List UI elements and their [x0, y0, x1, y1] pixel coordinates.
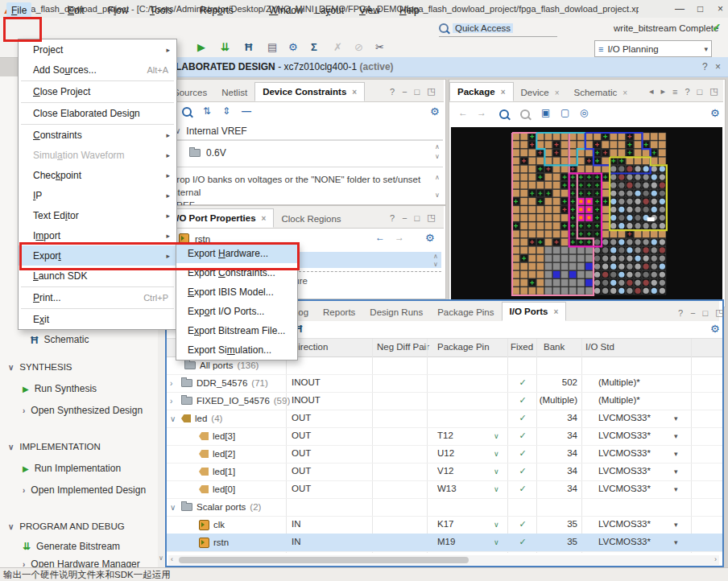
dropdown-icon[interactable]: ∨ — [494, 432, 499, 440]
zoom-fit-icon[interactable]: ▣ — [541, 107, 550, 118]
tab-device[interactable]: Device× — [514, 84, 567, 101]
menu-help[interactable]: Help — [395, 2, 424, 19]
menu-item-export-bitstream-file[interactable]: Export Bitstream File... — [176, 321, 297, 340]
table-row-led1[interactable]: led[1] OUTV12∨✓34LVCMOS33*▾ — [167, 463, 722, 481]
minimize-button[interactable]: — — [675, 0, 685, 18]
table-row-led-group[interactable]: ∨led(4) OUT✓34LVCMOS33*▾ — [167, 410, 722, 428]
tab-package[interactable]: Package× — [449, 82, 514, 101]
layout-selector[interactable]: ≡ I/O Planning ▾ — [594, 40, 712, 57]
sidebar-item-schematic[interactable]: Ħ Schematic — [31, 333, 89, 346]
dropdown-icon[interactable]: ∨ — [494, 538, 499, 546]
sidebar-section-implementation[interactable]: ∨ IMPLEMENTATION — [8, 440, 101, 453]
package-panel-controls[interactable]: ◂▸≡?□◳ — [649, 86, 718, 97]
scroll-left-icon[interactable]: ‹ — [171, 555, 173, 563]
vref-value-row[interactable]: 0.6V — [167, 141, 443, 159]
dropdown-icon[interactable]: ▾ — [674, 521, 678, 529]
menu-item-export-simulation[interactable]: Export Simulation... — [176, 340, 297, 360]
dropdown-icon[interactable]: ▾ — [674, 468, 678, 476]
close-tab-icon[interactable]: × — [553, 307, 558, 316]
tab-reports[interactable]: Reports — [316, 303, 362, 321]
col-fixed[interactable]: Fixed — [511, 342, 533, 352]
close-tab-icon[interactable]: × — [352, 88, 357, 97]
maximize-button[interactable]: □ — [697, 0, 703, 18]
banner-help-icon[interactable]: ? — [702, 61, 708, 72]
table-row-led2[interactable]: led[2] OUTU12∨✓34LVCMOS33*▾ — [167, 445, 722, 464]
table-row-scalar-ports[interactable]: ∨Scalar ports(2) — [167, 498, 722, 517]
menu-item-export-constraints[interactable]: Export Constraints... — [176, 263, 297, 282]
menu-item-export-hardware[interactable]: Export Hardware... — [176, 244, 297, 263]
status-write-bitstream[interactable]: write_bitstream Complete — [614, 23, 718, 33]
scroll-down-icon[interactable]: ∨ — [435, 192, 440, 199]
table-row-rstn[interactable]: rstn INM19∨✓35LVCMOS33*▾ — [167, 534, 722, 552]
constraints-panel-controls[interactable]: ?−□◳ — [390, 86, 436, 97]
menu-item-close-project[interactable]: Close Project — [19, 81, 176, 101]
expander-icon[interactable]: ∨ — [170, 414, 177, 423]
dropdown-icon[interactable]: ∨ — [494, 485, 499, 493]
menu-layout[interactable]: Layout — [310, 2, 349, 19]
scroll-down-icon[interactable]: ∨ — [435, 153, 440, 160]
menu-item-ip[interactable]: IP — [19, 185, 176, 205]
scissors-icon[interactable]: ✂ — [375, 41, 384, 54]
close-tab-icon[interactable]: × — [262, 214, 267, 223]
close-tab-icon[interactable]: × — [501, 88, 506, 97]
sidebar-item-run-implementation[interactable]: ▶ Run Implementation — [23, 462, 121, 475]
col-neg-diff-pair[interactable]: Neg Diff Pair — [377, 342, 429, 352]
horizontal-scrollbar[interactable]: ‹ › — [168, 555, 719, 565]
col-bank[interactable]: Bank — [544, 342, 565, 352]
checklist-icon[interactable]: ▤ — [267, 41, 277, 54]
menu-item-export-ibis-model[interactable]: Export IBIS Model... — [176, 282, 297, 302]
gear-icon[interactable]: ⚙ — [710, 107, 720, 119]
menu-file[interactable]: File — [6, 2, 31, 19]
expander-icon[interactable]: ∨ — [170, 503, 177, 512]
dropdown-icon[interactable]: ▾ — [674, 432, 678, 440]
scroll-down-icon[interactable]: ∨ — [433, 261, 438, 268]
table-row-clk[interactable]: clk INK17∨✓35LVCMOS33*▾ — [167, 516, 722, 534]
dropdown-icon[interactable]: ∨ — [494, 521, 499, 529]
col-io-std[interactable]: I/O Std — [585, 342, 614, 352]
table-row-fixed-io[interactable]: ›FIXED_IO_54576(59) INOUT✓(Multiple)(Mul… — [167, 392, 722, 410]
expander-icon[interactable]: › — [170, 397, 177, 406]
tab-device-constraints[interactable]: Device Constraints× — [254, 82, 365, 101]
scroll-right-icon[interactable]: › — [714, 555, 717, 563]
menu-item-print[interactable]: Print...Ctrl+P — [19, 287, 176, 307]
close-tab-icon[interactable]: × — [623, 89, 627, 97]
autofit-icon[interactable]: ◎ — [580, 107, 588, 118]
scroll-down-icon[interactable]: ∨ — [159, 554, 163, 562]
tab-netlist[interactable]: Netlist — [214, 84, 254, 101]
dropdown-icon[interactable]: ▾ — [674, 485, 678, 493]
gear-icon[interactable]: ⚙ — [425, 232, 435, 244]
scroll-up-icon[interactable]: ∧ — [435, 174, 440, 181]
menu-item-export-io-ports[interactable]: Export I/O Ports... — [176, 302, 297, 321]
dropdown-icon[interactable]: ▾ — [674, 450, 678, 458]
menu-item-import[interactable]: Import — [19, 225, 176, 245]
table-row-led0[interactable]: led[0] OUTW13∨✓34LVCMOS33*▾ — [167, 480, 722, 499]
gear-icon[interactable]: ⚙ — [710, 323, 720, 335]
dropdown-icon[interactable]: ▾ — [674, 414, 678, 422]
menu-item-constraints[interactable]: Constraints — [19, 125, 176, 145]
menu-item-exit[interactable]: Exit — [19, 309, 176, 329]
tab-io-ports[interactable]: I/O Ports× — [502, 302, 567, 321]
sum-reports-icon[interactable]: Σ — [311, 41, 317, 54]
tab-schematic[interactable]: Schematic× — [567, 84, 635, 101]
sidebar-item-run-synthesis[interactable]: ▶ Run Synthesis — [23, 382, 97, 395]
table-row-led3[interactable]: led[3] OUTT12∨✓34LVCMOS33*▾ — [167, 427, 722, 446]
menu-item-close-elaborated-design[interactable]: Close Elaborated Design — [19, 103, 176, 123]
tab-io-port-properties[interactable]: I/O Port Properties× — [166, 208, 274, 228]
menu-item-add-sources[interactable]: Add Sources...Alt+A — [19, 60, 176, 80]
dropdown-icon[interactable]: ∨ — [494, 450, 499, 458]
menu-window[interactable]: Window — [264, 2, 308, 19]
col-package-pin[interactable]: Package Pin — [437, 342, 490, 352]
menu-item-project[interactable]: Project — [19, 39, 176, 60]
io-panel-controls[interactable]: ?−□◳ — [678, 307, 724, 318]
vref-group-row[interactable]: ∨ Internal VREF — [167, 122, 443, 140]
collapse-all-icon[interactable]: ⇅ — [203, 105, 211, 117]
sidebar-section-program-debug[interactable]: ∨ PROGRAM AND DEBUG — [8, 520, 125, 533]
close-button[interactable]: × — [718, 0, 723, 18]
quick-access-search[interactable]: Quick Access — [439, 21, 513, 35]
schematic-toolbar-icon[interactable]: Ħ — [245, 41, 252, 54]
tab-clock-regions[interactable]: Clock Regions — [274, 210, 348, 228]
scroll-up-icon[interactable]: ∧ — [435, 143, 440, 150]
zoom-selection-icon[interactable]: ▢ — [560, 107, 569, 118]
search-icon[interactable] — [182, 107, 192, 119]
banner-close-icon[interactable]: × — [715, 61, 721, 72]
